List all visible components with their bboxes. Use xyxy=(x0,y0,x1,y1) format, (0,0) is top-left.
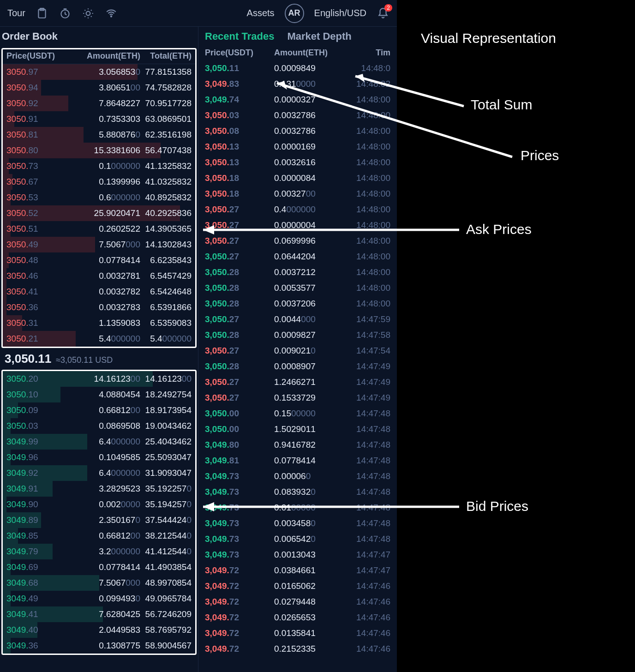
ask-row[interactable]: 3050.52 25.9020471 40.2925836 xyxy=(3,205,195,221)
ask-row[interactable]: 3050.31 1.1359083 6.5359083 xyxy=(3,315,195,331)
bid-row[interactable]: 3049.41 7.6280425 56.7246209 xyxy=(3,606,195,622)
bid-row[interactable]: 3049.36 0.1308775 58.9004567 xyxy=(3,638,195,654)
ask-row[interactable]: 3050.73 0.1000000 41.1325832 xyxy=(3,158,195,174)
svg-marker-12 xyxy=(203,502,214,511)
ask-row[interactable]: 3050.80 15.3381606 56.4707438 xyxy=(3,143,195,158)
bid-row[interactable]: 3049.68 7.5067000 48.9970854 xyxy=(3,575,195,591)
bid-row[interactable]: 3049.96 0.1049585 25.5093047 xyxy=(3,450,195,465)
bid-row[interactable]: 3049.91 3.2829523 35.1922570 xyxy=(3,481,195,497)
bid-row[interactable]: 3049.89 2.3501670 37.5444240 xyxy=(3,512,195,528)
bid-row[interactable]: 3050.03 0.0869508 19.0043462 xyxy=(3,418,195,434)
orderbook-asks-box: Price(USDT) Amount(ETH) Total(ETH) 3050.… xyxy=(1,48,197,348)
ask-row[interactable]: 3050.48 0.0778414 6.6235843 xyxy=(3,252,195,268)
ask-row[interactable]: 3050.41 0.0032782 6.5424648 xyxy=(3,284,195,300)
bid-row[interactable]: 3049.85 0.6681200 38.2125440 xyxy=(3,528,195,544)
bid-row[interactable]: 3049.99 6.4000000 25.4043462 xyxy=(3,434,195,450)
ask-row[interactable]: 3050.21 5.4000000 5.4000000 xyxy=(3,331,195,347)
bid-row[interactable]: 3050.09 0.6681200 18.9173954 xyxy=(3,402,195,418)
bid-row[interactable]: 3049.49 0.0994930 49.0965784 xyxy=(3,591,195,606)
bid-row[interactable]: 3049.79 3.2000000 41.4125440 xyxy=(3,544,195,559)
bid-row[interactable]: 3050.10 4.0880454 18.2492754 xyxy=(3,387,195,402)
ask-row[interactable]: 3050.67 0.1399996 41.0325832 xyxy=(3,174,195,190)
bid-row[interactable]: 3050.20 14.1612300 14.1612300 xyxy=(3,371,195,387)
ask-row[interactable]: 3050.92 7.8648227 70.9517728 xyxy=(3,96,195,111)
ask-row[interactable]: 3050.81 5.8808760 62.3516198 xyxy=(3,127,195,143)
ask-row[interactable]: 3050.51 0.2602522 14.3905365 xyxy=(3,221,195,237)
ask-row[interactable]: 3050.46 0.0032781 6.5457429 xyxy=(3,268,195,284)
ask-row[interactable]: 3050.97 3.0568530 77.8151358 xyxy=(3,64,195,80)
ask-row[interactable]: 3050.49 7.5067000 14.1302843 xyxy=(3,237,195,252)
bid-row[interactable]: 3049.90 0.0020000 35.1942570 xyxy=(3,497,195,512)
ask-row[interactable]: 3050.91 0.7353303 63.0869501 xyxy=(3,111,195,127)
ask-row[interactable]: 3050.94 3.8065100 74.7582828 xyxy=(3,80,195,96)
bid-row[interactable]: 3049.92 6.4000000 31.9093047 xyxy=(3,465,195,481)
ask-row[interactable]: 3050.36 0.0032783 6.5391866 xyxy=(3,300,195,315)
bid-row[interactable]: 3049.69 0.0778414 41.4903854 xyxy=(3,559,195,575)
bid-row[interactable]: 3049.40 2.0449583 58.7695792 xyxy=(3,622,195,638)
ask-row[interactable]: 3050.53 0.6000000 40.8925832 xyxy=(3,190,195,205)
